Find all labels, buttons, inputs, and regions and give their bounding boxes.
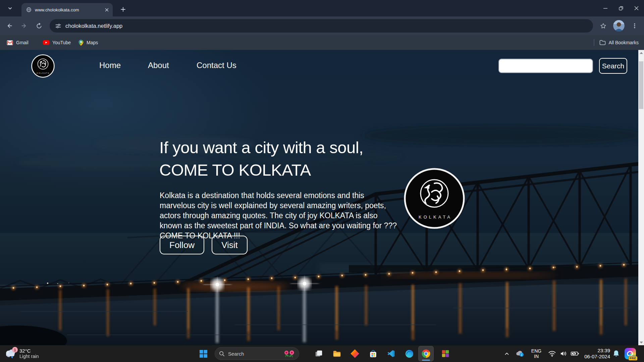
microsoft-store-icon	[369, 349, 378, 358]
follow-button[interactable]: Follow	[160, 236, 204, 254]
notification-bell-button[interactable]	[611, 345, 621, 362]
address-bar[interactable]: cholokolkata.netlify.app	[50, 19, 593, 33]
diamond-app-icon	[350, 349, 360, 358]
site-logo[interactable]: KOLKATA	[31, 54, 55, 78]
task-view-button[interactable]	[311, 346, 326, 361]
volume-icon	[560, 350, 568, 357]
weather-alert-badge: 1	[12, 347, 18, 353]
close-button[interactable]	[629, 0, 644, 16]
scroll-up-button[interactable]	[638, 50, 644, 56]
browser-toolbar: cholokolkata.netlify.app	[0, 16, 644, 35]
hero-heading: If you want a city with a soul, COME TO …	[159, 136, 363, 181]
restore-button[interactable]	[613, 0, 629, 16]
weather-temp: 32°C	[19, 348, 39, 354]
tray-time: 23:39	[582, 348, 610, 354]
search-icon	[219, 351, 225, 357]
bookmarks-divider	[594, 39, 594, 46]
page-scrollbar[interactable]	[638, 50, 644, 345]
triangle-up-icon	[640, 52, 643, 54]
diamond-app-button[interactable]	[347, 346, 362, 361]
copilot-icon: PRE	[625, 348, 636, 359]
all-bookmarks-button[interactable]: All Bookmarks	[599, 35, 639, 50]
bookmark-star-button[interactable]	[596, 19, 610, 33]
back-icon	[6, 22, 13, 29]
bookmark-label: YouTube	[52, 40, 71, 45]
volume-tray-button[interactable]	[558, 345, 569, 362]
clock-widget[interactable]: 23:39 06-07-2024	[582, 345, 610, 362]
scroll-down-button[interactable]	[638, 340, 644, 345]
bell-icon	[612, 350, 620, 358]
active-app-indicator	[422, 360, 430, 361]
edge-button[interactable]	[402, 346, 417, 361]
back-button[interactable]	[3, 19, 16, 33]
bookmark-label: Gmail	[16, 40, 29, 45]
bookmark-youtube[interactable]: YouTube	[43, 35, 71, 50]
grid-app-button[interactable]	[438, 346, 453, 361]
bookmark-maps[interactable]: Maps	[78, 35, 98, 50]
new-tab-button[interactable]	[118, 4, 128, 14]
avatar-photo	[613, 20, 625, 32]
chrome-icon	[421, 349, 431, 359]
site-search-input[interactable]	[498, 59, 593, 73]
chrome-button-active[interactable]	[419, 346, 433, 361]
address-url[interactable]: cholokolkata.netlify.app	[65, 23, 122, 29]
close-icon	[634, 6, 639, 11]
forward-button[interactable]	[17, 19, 31, 33]
copilot-tray-button[interactable]: PRE	[623, 345, 638, 362]
maps-pin-icon	[78, 40, 84, 46]
weather-condition: Light rain	[19, 354, 39, 359]
bookmark-gmail[interactable]: Gmail	[7, 35, 29, 50]
task-view-icon	[314, 349, 323, 358]
start-button[interactable]	[196, 345, 211, 362]
menu-kebab-button[interactable]	[628, 19, 641, 33]
battery-tray-button[interactable]	[569, 345, 581, 362]
nav-about[interactable]: About	[148, 61, 169, 70]
minimize-button[interactable]	[598, 0, 613, 16]
visit-button[interactable]: Visit	[212, 236, 248, 254]
nav-contact[interactable]: Contact Us	[197, 61, 236, 70]
badge-wordmark: KOLKATA	[419, 215, 452, 220]
chevron-down-icon	[7, 6, 13, 11]
microsoft-store-button[interactable]	[366, 346, 380, 361]
hero-paragraph: Kolkata is a destination that holds seve…	[160, 190, 398, 241]
forward-icon	[20, 22, 28, 29]
tray-chevron-button[interactable]	[502, 345, 512, 362]
hero-buttons: Follow Visit	[160, 236, 248, 254]
tab-close-icon[interactable]	[104, 7, 109, 12]
browser-tab[interactable]: www.cholokolkata.com	[21, 3, 113, 16]
star-icon	[600, 22, 607, 29]
hero-heading-line2: COME TO KOLKATA	[159, 159, 363, 181]
site-header: KOLKATA Home About Contact Us Search	[0, 50, 638, 82]
nav-home[interactable]: Home	[99, 61, 121, 70]
reload-icon	[36, 22, 43, 29]
site-info-tune-icon[interactable]	[55, 23, 61, 29]
onedrive-tray-button[interactable]: i	[514, 345, 526, 362]
language-bottom: IN	[534, 354, 539, 359]
vscode-button[interactable]	[384, 346, 398, 361]
wifi-icon	[548, 350, 556, 357]
taskbar-search-box[interactable]: Search	[215, 347, 299, 360]
language-indicator[interactable]: ENG IN	[528, 345, 545, 362]
plus-icon	[120, 6, 126, 12]
logo-wordmark: KOLKATA	[37, 72, 50, 74]
chevron-up-icon	[504, 351, 510, 357]
rose-icons	[283, 350, 295, 358]
kolkata-logo-icon: KOLKATA	[31, 54, 55, 78]
wifi-tray-button[interactable]	[547, 345, 557, 362]
tab-title: www.cholokolkata.com	[35, 7, 104, 12]
scrollbar-thumb[interactable]	[639, 61, 643, 109]
tray-date: 06-07-2024	[582, 354, 610, 360]
screen: www.cholokolkata.com	[0, 0, 644, 362]
weather-widget[interactable]: 1 32°C Light rain	[0, 345, 67, 362]
windows-taskbar: 1 32°C Light rain Search	[0, 345, 644, 362]
kolkata-badge-icon: KOLKATA	[403, 167, 466, 230]
profile-avatar[interactable]	[613, 20, 625, 32]
bookmark-label: Maps	[87, 40, 98, 45]
file-explorer-button[interactable]	[329, 346, 344, 361]
tab-search-button[interactable]	[5, 3, 15, 13]
browser-titlebar: www.cholokolkata.com	[0, 0, 644, 16]
reload-button[interactable]	[32, 19, 46, 33]
kebab-icon	[632, 23, 638, 29]
site-search-button[interactable]: Search	[599, 58, 627, 74]
onedrive-cloud-icon: i	[515, 350, 525, 357]
